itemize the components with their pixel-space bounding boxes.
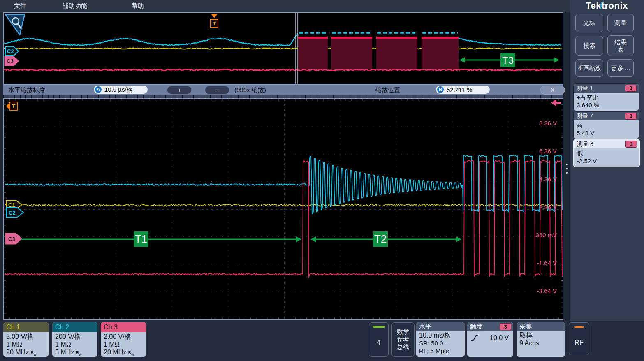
logo-text-post: tronix (602, 0, 628, 11)
measurement-1-name: +占空比 (577, 93, 636, 101)
channel-badge-c3-overview[interactable]: C3 (4, 56, 20, 67)
horizontal-settings: 10.0 ms/格 SR: 50.0 ... RL: 5 Mpts (416, 331, 465, 355)
bottom-bar: Ch 1 5.00 V/格 1 MΩ 20 MHz Bw Ch 2 200 V/… (0, 321, 644, 361)
t3-annotation-label: T3 (500, 53, 515, 67)
pink-arrow-icon (551, 99, 556, 106)
main-waveforms (4, 99, 563, 319)
a-knob-icon: A (95, 86, 102, 93)
zoom-scale-label: 水平缩放标度: (8, 86, 47, 94)
ch3-bandwidth: 20 MHz Bw (104, 348, 146, 357)
horizontal-scale: 10.0 ms/格 (419, 331, 465, 339)
measurement-1-body: +占空比 3.640 % (574, 93, 639, 111)
math-ref-bus-button[interactable]: 数学 参考 总线 (391, 322, 415, 357)
zoom-position-label: 缩放位置: (375, 86, 402, 94)
zoom-position-value[interactable]: B 52.211 % (436, 86, 490, 94)
zoom-factor-label: (999x 缩放) (234, 86, 266, 94)
zoom-in-button[interactable]: + (167, 86, 192, 94)
ch2-bandwidth: 5 MHz Bw (55, 348, 97, 357)
rf-label: RF (569, 339, 589, 347)
channel-2-badge[interactable]: Ch 2 200 V/格 1 MΩ 5 MHz Bw (52, 322, 97, 357)
measurement-1-source-chip: 3 (625, 85, 637, 92)
cursors-button[interactable]: 光标 (575, 14, 603, 32)
digital-channel-number: 4 (369, 338, 388, 347)
zoom-out-button[interactable]: - (205, 86, 229, 94)
right-sidebar: Tek/tronix 光标 测量 搜索 结果 表 框画缩放 更多 ... 测量 … (570, 0, 644, 321)
scale-label-5: 360 mV (510, 231, 557, 239)
horizontal-badge[interactable]: 水平 10.0 ms/格 SR: 50.0 ... RL: 5 Mpts (416, 322, 465, 357)
b-knob-icon: B (437, 86, 444, 93)
oscilloscope-screen: 文件 辅助功能 帮助 T C2 C3 T3 水平缩放标度: A 10.0 µs/… (0, 0, 644, 361)
measurement-8-body: 低 -2.52 V (574, 148, 639, 167)
tektronix-logo: Tek/tronix (570, 0, 644, 11)
ch3-settings: 2.00 V/格 1 MΩ 20 MHz Bw (101, 332, 146, 357)
zoom-close-button[interactable]: X (540, 86, 565, 95)
trigger-title: 触发 (470, 323, 482, 331)
drawer-handle[interactable] (566, 164, 568, 174)
measurement-1-value: 3.640 % (577, 101, 636, 109)
measurement-badge-1[interactable]: 测量 1 3 +占空比 3.640 % (573, 83, 639, 111)
t2-annotation-label: T2 (373, 231, 388, 247)
measurement-1-title: 测量 1 (577, 85, 593, 92)
menu-bar: 文件 辅助功能 帮助 (0, 0, 570, 12)
measurement-8-header: 测量 8 3 (574, 140, 639, 148)
zoom-waveform-display[interactable]: T C1 C2 C3 8.36 V 6.36 V 4.36 V 2.36 V 3… (3, 98, 563, 320)
overview-waveforms (4, 13, 563, 84)
measurement-badge-8[interactable]: 测量 8 3 低 -2.52 V (573, 139, 640, 167)
measurement-7-body: 高 5.48 V (574, 120, 639, 139)
scale-label-7: -3.64 V (510, 287, 557, 295)
trigger-badge[interactable]: 触发 3 10.0 V (467, 322, 513, 357)
t1-annotation-label: T1 (134, 231, 148, 247)
ch2-name: Ch 2 (52, 322, 97, 332)
menu-help[interactable]: 帮助 (126, 2, 150, 10)
acquisition-badge[interactable]: 采集 取样 9 Acqs (517, 322, 565, 357)
scale-label-4: 2.36 V (510, 204, 557, 211)
ch2-impedance: 1 MΩ (55, 340, 97, 348)
measure-button[interactable]: 测量 (607, 14, 634, 32)
acquisition-title: 采集 (517, 322, 565, 331)
channel-badge-c3[interactable]: C3 (5, 233, 23, 245)
trigger-offscreen-marker[interactable]: T (6, 102, 18, 111)
channel-badge-c2-overview[interactable]: C2 (5, 46, 20, 56)
trigger-t-label-main: T (9, 102, 18, 111)
zoom-position-text: 52.211 % (447, 86, 472, 93)
channel-3-badge[interactable]: Ch 3 2.00 V/格 1 MΩ 20 MHz Bw (101, 322, 146, 357)
trigger-level-arrow[interactable] (551, 99, 561, 106)
draw-zoom-button[interactable]: 框画缩放 (575, 59, 603, 77)
scale-label-6: -1.64 V (510, 259, 557, 267)
trigger-settings: 10.0 V (467, 331, 513, 342)
c3-badge-label-main: C3 (8, 236, 15, 242)
results-table-button[interactable]: 结果 表 (607, 35, 634, 56)
waveform-overview[interactable]: T C2 C3 T3 (3, 12, 563, 85)
menu-utility[interactable]: 辅助功能 (57, 2, 93, 10)
rf-button[interactable]: RF (569, 322, 589, 355)
c2-badge-label: C2 (7, 48, 14, 54)
measurement-8-source-chip: 3 (625, 141, 637, 148)
ch1-name: Ch 1 (3, 322, 49, 332)
measurement-badge-7[interactable]: 测量 7 3 高 5.48 V (573, 111, 639, 139)
channel-badge-c2[interactable]: C2 (6, 207, 25, 218)
measurement-1-header: 测量 1 3 (574, 84, 639, 93)
c2-badge-label-main: C2 (9, 210, 16, 216)
more-button[interactable]: 更多 ... (607, 59, 634, 77)
menu-file[interactable]: 文件 (8, 2, 32, 10)
ch1-bandwidth: 20 MHz Bw (6, 348, 49, 357)
channel-1-badge[interactable]: Ch 1 5.00 V/格 1 MΩ 20 MHz Bw (3, 322, 49, 357)
zoom-scale-text: 10.0 µs/格 (104, 86, 133, 94)
trigger-level: 10.0 V (490, 334, 509, 342)
ch1-impedance: 1 MΩ (6, 340, 49, 348)
pink-arrow-tail (556, 102, 561, 104)
measurement-7-title: 测量 7 (577, 113, 593, 120)
zoom-scale-value[interactable]: A 10.0 µs/格 (94, 86, 148, 94)
acquisition-mode: 取样 (519, 331, 565, 339)
zoom-overview-icon[interactable] (4, 13, 26, 37)
ch3-name: Ch 3 (101, 322, 146, 332)
measurement-8-value: -2.52 V (577, 157, 636, 165)
rising-edge-icon (470, 333, 479, 342)
zoom-toolbar: 水平缩放标度: A 10.0 µs/格 + - (999x 缩放) 缩放位置: … (3, 85, 563, 95)
search-button[interactable]: 搜索 (575, 36, 603, 56)
trigger-arrow-icon (211, 14, 218, 18)
digital-channels-button[interactable]: 4 (369, 322, 389, 357)
ch1-settings: 5.00 V/格 1 MΩ 20 MHz Bw (3, 332, 49, 357)
scale-label-1: 8.36 V (510, 120, 557, 127)
trigger-position-marker[interactable]: T (210, 14, 218, 28)
